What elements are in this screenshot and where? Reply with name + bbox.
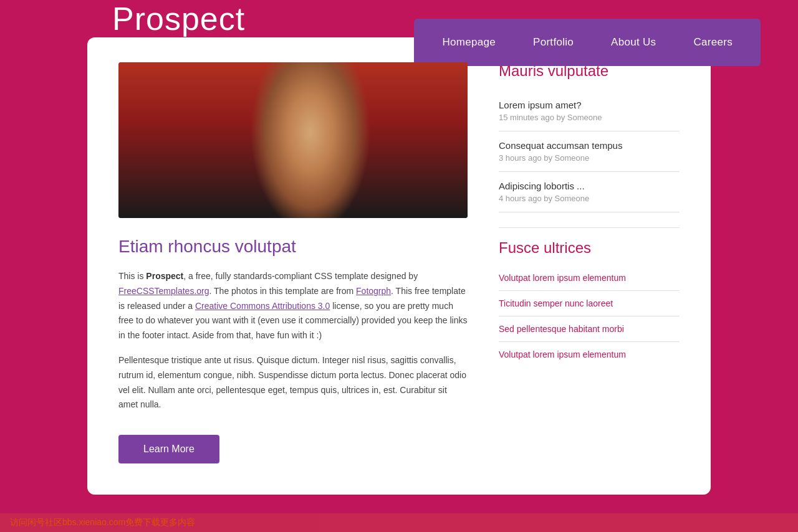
link-cc[interactable]: Creative Commons Attributions 3.0 [195, 301, 330, 311]
news-title-1: Consequat accumsan tempus [499, 140, 680, 151]
news-item-1: Consequat accumsan tempus 3 hours ago by… [499, 131, 680, 172]
main-content: Etiam rhoncus volutpat This is Prospect,… [87, 37, 711, 495]
sidebar-link-3: Volutpat lorem ipsum elementum [499, 342, 680, 367]
site-title: Prospect [112, 0, 245, 37]
article-body-p1: This is Prospect, a free, fully standard… [118, 269, 468, 343]
learn-more-button[interactable]: Learn More [118, 435, 219, 463]
article-text-1: This is [118, 271, 146, 281]
news-meta-1: 3 hours ago by Someone [499, 153, 680, 163]
sidebar-link-anchor-2[interactable]: Sed pellentesque habitant morbi [499, 324, 624, 334]
footer-watermark: 访问闲号社区bbs.xieniao.com免费下载更多内容 [0, 513, 798, 532]
nav-portfolio[interactable]: Portfolio [517, 30, 589, 55]
sidebar-link-anchor-0[interactable]: Volutpat lorem ipsum elementum [499, 273, 626, 283]
sidebar-link-anchor-3[interactable]: Volutpat lorem ipsum elementum [499, 349, 626, 359]
sidebar-link-2: Sed pellentesque habitant morbi [499, 316, 680, 342]
right-sidebar: Mauris vulputate Lorem ipsum amet? 15 mi… [499, 62, 680, 463]
article-text-3: . The photos in this template are from [209, 286, 357, 296]
main-nav: Homepage Portfolio About Us Careers [414, 19, 761, 66]
article-text-2: , a free, fully standards-compliant CSS … [183, 271, 418, 281]
header: Prospect Homepage Portfolio About Us Car… [0, 0, 798, 37]
link-fotogrph[interactable]: Fotogrph [356, 286, 391, 296]
nav-about-us[interactable]: About Us [595, 30, 671, 55]
article-brand: Prospect [146, 271, 183, 281]
sidebar-link-1: Ticitudin semper nunc laoreet [499, 291, 680, 316]
news-title-0: Lorem ipsum amet? [499, 100, 680, 110]
links-section-title: Fusce ultrices [499, 239, 680, 257]
nav-homepage[interactable]: Homepage [426, 30, 511, 55]
sidebar-link-anchor-1[interactable]: Ticitudin semper nunc laoreet [499, 298, 613, 308]
news-title-2: Adipiscing lobortis ... [499, 181, 680, 191]
hero-image [118, 62, 468, 218]
news-item-0: Lorem ipsum amet? 15 minutes ago by Some… [499, 91, 680, 131]
news-meta-0: 15 minutes ago by Someone [499, 113, 680, 122]
article-title: Etiam rhoncus volutpat [118, 237, 468, 257]
news-item-2: Adipiscing lobortis ... 4 hours ago by S… [499, 172, 680, 212]
article-body-p2: Pellentesque tristique ante ut risus. Qu… [118, 353, 468, 412]
link-freecss[interactable]: FreeCSSTemplates.org [118, 286, 209, 296]
watermark-text: 访问闲号社区bbs.xieniao.com免费下载更多内容 [10, 517, 195, 527]
sidebar-link-0: Volutpat lorem ipsum elementum [499, 265, 680, 291]
nav-careers[interactable]: Careers [678, 30, 748, 55]
news-meta-2: 4 hours ago by Someone [499, 194, 680, 203]
left-column: Etiam rhoncus volutpat This is Prospect,… [118, 62, 468, 463]
sidebar-divider [499, 227, 680, 228]
